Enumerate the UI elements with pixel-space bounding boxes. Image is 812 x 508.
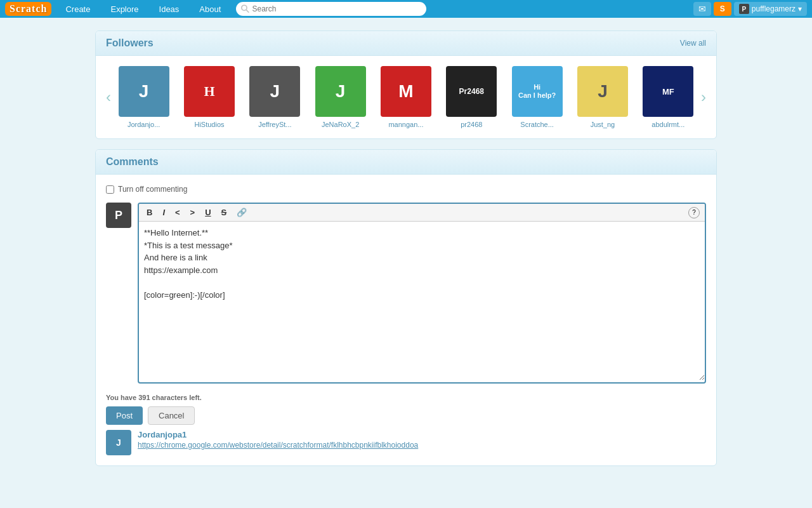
comments-title: Comments [106,156,159,168]
follower-item[interactable]: HHiStudios [184,66,235,128]
follower-name: JeffreySt... [258,121,291,128]
post-button[interactable]: Post [106,406,143,425]
compose-editor: B I < > U S 🔗 ? [138,203,706,384]
scratch-logo[interactable]: Scratch [5,2,51,16]
editor-toolbar: B I < > U S 🔗 ? [139,204,705,222]
follower-name: abdulrmt... [652,121,684,128]
comment-actions: Post Cancel [106,406,706,425]
view-all-link[interactable]: View all [680,39,706,48]
compose-avatar: P [106,203,131,228]
toolbar-code-close[interactable]: > [188,206,198,218]
follower-avatar: J [119,66,169,117]
comment-avatar: J [106,430,131,455]
follower-name: manngan... [388,121,423,128]
follower-item[interactable]: MFabdulrmt... [643,66,693,128]
follower-item[interactable]: JJeNaRoX_2 [315,66,366,128]
follower-avatar: Pr2468 [446,66,497,117]
nav-about[interactable]: About [189,2,231,17]
follower-item[interactable]: Hi Can I help?Scratche... [512,66,563,128]
turn-off-row: Turn off commenting [106,185,706,194]
comments-header: Comments [96,150,716,175]
char-count-value: 391 [138,394,150,401]
nav-create[interactable]: Create [55,2,100,17]
comment-username[interactable]: Jordanjopa1 [138,430,706,439]
svg-point-0 [242,5,247,10]
comment-textarea[interactable] [139,222,705,380]
follower-name: Scratche... [520,121,554,128]
turn-off-label: Turn off commenting [118,185,187,194]
cancel-button[interactable]: Cancel [148,406,195,425]
follower-avatar: J [249,66,300,117]
svg-line-1 [247,10,249,13]
comment-link[interactable]: https://chrome.google.com/webstore/detai… [138,441,418,450]
followers-header: Followers View all [96,31,716,56]
follower-item[interactable]: Pr2468pr2468 [446,66,497,128]
existing-comments: JJordanjopa1https://chrome.google.com/we… [106,430,706,455]
toolbar-link[interactable]: 🔗 [234,206,249,218]
comment-item: JJordanjopa1https://chrome.google.com/we… [106,430,706,455]
follower-name: HiStudios [194,121,224,128]
comment-compose: P B I < > U S 🔗 ? [106,203,706,384]
nav-right: ✉ S P pufflegamerz ▾ [693,2,807,16]
carousel-prev-button[interactable]: ‹ [101,88,116,106]
follower-avatar: J [577,66,628,117]
username-label: pufflegamerz [752,4,796,13]
carousel-next-button[interactable]: › [696,88,711,106]
followers-container: ‹ JJordanjo...HHiStudiosJJeffreySt...JJe… [96,56,716,138]
search-icon [241,4,249,13]
follower-avatar: H [184,66,235,117]
search-container [236,2,426,16]
user-menu-button[interactable]: P pufflegamerz ▾ [734,2,807,16]
follower-avatar: M [381,66,431,117]
follower-item[interactable]: JJust_ng [577,66,628,128]
toolbar-help[interactable]: ? [688,207,700,218]
follower-name: Jordanjo... [128,121,160,128]
comment-text: https://chrome.google.com/webstore/detai… [138,441,706,450]
follower-avatar: J [315,66,366,117]
badge-button[interactable]: S [714,2,731,16]
turn-off-checkbox[interactable] [106,185,114,194]
toolbar-underline[interactable]: U [202,206,213,218]
user-avatar: P [739,4,749,14]
char-count: You have 391 characters left. [106,394,706,401]
navbar: Scratch Create Explore Ideas About ✉ S P… [0,0,812,18]
messages-button[interactable]: ✉ [693,2,711,16]
toolbar-code-open[interactable]: < [173,206,183,218]
toolbar-strikethrough[interactable]: S [219,206,230,218]
followers-section: Followers View all ‹ JJordanjo...HHiStud… [95,30,717,139]
follower-name: pr2468 [461,121,482,128]
followers-list: JJordanjo...HHiStudiosJJeffreySt...JJeNa… [116,66,696,128]
follower-name: Just_ng [591,121,615,128]
comments-body: Turn off commenting P B I < > U S 🔗 ? [96,175,716,465]
follower-item[interactable]: Mmanngan... [381,66,431,128]
comment-body: Jordanjopa1https://chrome.google.com/web… [138,430,706,455]
nav-ideas[interactable]: Ideas [149,2,190,17]
main-area: Followers View all ‹ JJordanjo...HHiStud… [89,24,723,466]
follower-avatar: MF [643,66,693,117]
follower-avatar: Hi Can I help? [512,66,563,117]
followers-title: Followers [106,37,154,49]
dropdown-arrow: ▾ [798,4,802,13]
toolbar-italic[interactable]: I [160,206,167,218]
comments-section: Comments Turn off commenting P B I < > U [95,149,717,466]
follower-name: JeNaRoX_2 [322,121,359,128]
toolbar-bold[interactable]: B [144,206,155,218]
char-count-suffix: characters left. [150,394,202,401]
search-input[interactable] [252,4,422,13]
follower-item[interactable]: JJordanjo... [119,66,169,128]
follower-item[interactable]: JJeffreySt... [249,66,300,128]
nav-explore[interactable]: Explore [100,2,148,17]
